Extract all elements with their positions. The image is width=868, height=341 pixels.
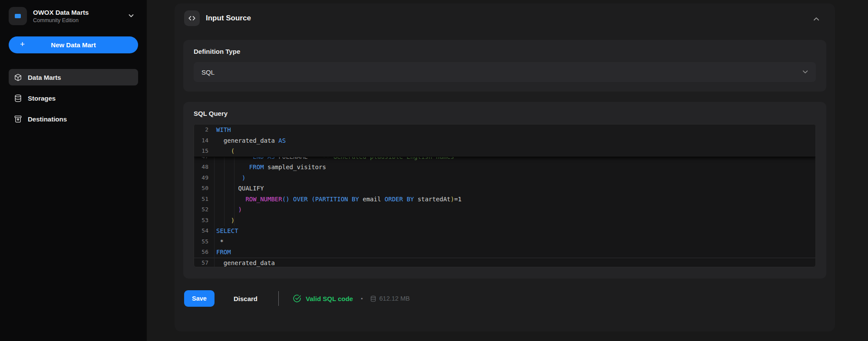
app-title: OWOX Data Marts <box>33 9 89 16</box>
line-number: 55 <box>194 236 216 247</box>
sidebar-item-destinations[interactable]: Destinations <box>9 111 138 127</box>
status-text: Valid SQL code <box>306 295 353 302</box>
sticky-scroll-lines: 2WITH14 generated_data AS15 ( <box>194 125 815 157</box>
code-line[interactable]: 57 generated_data <box>194 258 815 268</box>
code-icon <box>184 10 200 26</box>
code-text: ) <box>216 215 234 226</box>
definition-type-value: SQL <box>201 69 215 76</box>
code-text: ) <box>216 204 242 215</box>
code-line[interactable]: 55 * <box>194 236 815 247</box>
check-circle-icon <box>293 294 301 303</box>
sidebar-item-label: Storages <box>28 95 56 102</box>
query-size-badge: 612.12 MB <box>370 295 410 302</box>
definition-type-select[interactable]: SQL <box>194 62 816 82</box>
page-title: Input Source <box>206 14 251 23</box>
plus-icon: + <box>20 39 25 49</box>
code-text: SELECT <box>216 226 238 236</box>
new-data-mart-button[interactable]: + New Data Mart <box>9 36 138 53</box>
chevron-down-icon <box>802 68 809 77</box>
vertical-divider <box>278 291 279 306</box>
definition-type-label: Definition Type <box>194 48 816 55</box>
code-text: ) <box>216 173 245 184</box>
size-text: 612.12 MB <box>380 295 410 302</box>
sql-code-editor[interactable]: 2WITH14 generated_data AS15 ( 47 END AS … <box>194 124 816 267</box>
line-number: 57 <box>194 258 216 268</box>
line-number: 14 <box>194 135 216 146</box>
code-text: FROM <box>216 247 231 258</box>
code-line[interactable]: 52 ) <box>194 204 815 215</box>
line-number: 56 <box>194 247 216 258</box>
save-button[interactable]: Save <box>184 290 215 307</box>
app-brand[interactable]: OWOX Data Marts Community Edition <box>9 7 138 25</box>
dot-separator: • <box>361 295 363 302</box>
sidebar-item-storages[interactable]: Storages <box>9 90 138 106</box>
code-line[interactable]: 50 QUALIFY <box>194 183 815 194</box>
archive-arrow-up-icon <box>14 115 22 123</box>
code-text: WITH <box>216 125 231 135</box>
sidebar-nav: Data Marts Storages Destinations <box>9 69 138 127</box>
line-number: 53 <box>194 215 216 226</box>
sidebar: OWOX Data Marts Community Edition + New … <box>0 0 147 341</box>
sidebar-item-data-marts[interactable]: Data Marts <box>9 69 138 85</box>
code-line[interactable]: 49 ) <box>194 173 815 184</box>
chevron-up-icon <box>812 15 820 23</box>
code-line[interactable]: 56FROM <box>194 247 815 258</box>
code-line[interactable]: 48 FROM sampled_visitors <box>194 162 815 173</box>
editor-footer: Save Discard Valid SQL code • 612.12 MB <box>184 290 825 307</box>
line-number: 50 <box>194 183 216 194</box>
code-text: ( <box>216 146 234 157</box>
code-text: * <box>216 236 224 247</box>
code-text: FROM sampled_visitors <box>216 162 326 173</box>
code-line[interactable]: 54SELECT <box>194 226 815 236</box>
code-text: ROW_NUMBER() OVER (PARTITION BY email OR… <box>216 194 462 205</box>
sql-query-label: SQL Query <box>194 110 816 117</box>
indent-guide <box>224 157 224 226</box>
code-line[interactable]: 53 ) <box>194 215 815 226</box>
owox-logo-ring <box>13 12 23 20</box>
code-line[interactable]: 2WITH <box>194 125 815 135</box>
code-text: generated_data AS <box>216 135 286 146</box>
database-icon <box>14 94 22 102</box>
line-number: 52 <box>194 204 216 215</box>
discard-button[interactable]: Discard <box>234 295 257 302</box>
line-number: 2 <box>194 125 216 135</box>
cube-icon <box>14 73 22 82</box>
owox-logo <box>9 7 27 25</box>
new-data-mart-label: New Data Mart <box>51 41 96 49</box>
code-text: QUALIFY <box>216 183 264 194</box>
code-lines[interactable]: 47 END AS FULLNAME -- Generated plausibl… <box>194 151 815 268</box>
sql-validation-status: Valid SQL code <box>293 294 353 303</box>
chevron-down-icon[interactable] <box>128 12 135 21</box>
code-line[interactable]: 14 generated_data AS <box>194 135 815 146</box>
line-number: 49 <box>194 173 216 184</box>
code-text: generated_data <box>216 258 275 268</box>
code-line[interactable]: 51 ROW_NUMBER() OVER (PARTITION BY email… <box>194 194 815 205</box>
indent-guide <box>234 157 234 226</box>
line-number: 54 <box>194 226 216 236</box>
definition-type-section: Definition Type SQL <box>183 40 826 92</box>
line-number: 48 <box>194 162 216 173</box>
collapse-section-button[interactable] <box>811 14 822 25</box>
line-number: 51 <box>194 194 216 205</box>
brand-text: OWOX Data Marts Community Edition <box>33 9 89 24</box>
sidebar-item-label: Destinations <box>28 115 67 123</box>
input-source-panel: Input Source Definition Type SQL SQL Que… <box>175 3 835 331</box>
database-icon <box>370 295 376 302</box>
panel-header: Input Source <box>175 10 835 26</box>
code-line[interactable]: 15 ( <box>194 146 815 157</box>
app-subtitle: Community Edition <box>33 17 89 24</box>
sidebar-item-label: Data Marts <box>28 74 61 81</box>
line-number: 15 <box>194 146 216 157</box>
sql-query-section: SQL Query 2WITH14 generated_data AS15 ( … <box>183 102 826 279</box>
indent-guide <box>214 157 215 267</box>
